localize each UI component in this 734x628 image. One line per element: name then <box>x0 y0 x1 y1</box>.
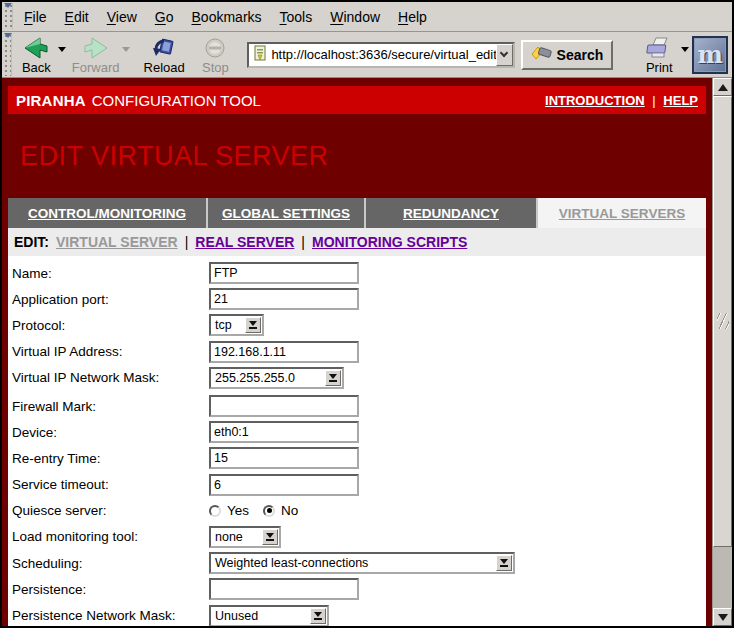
form-row: Device: <box>12 419 706 445</box>
reload-button[interactable]: Reload <box>141 34 187 76</box>
print-dropdown-arrow-icon[interactable] <box>681 47 689 52</box>
forward-button-label: Forward <box>72 61 120 74</box>
help-link[interactable]: HELP <box>663 93 698 108</box>
edit-subnav: EDIT: VIRTUAL SERVER | REAL SERVER | MON… <box>8 228 706 256</box>
persistence-network-mask-select[interactable]: Unused <box>209 605 329 626</box>
scheduling-select-value: Weighted least-connections <box>211 556 495 570</box>
chevron-down-icon <box>262 529 278 545</box>
subnav-monitoring-scripts-link[interactable]: MONITORING SCRIPTS <box>312 234 467 250</box>
protocol-select[interactable]: tcp <box>209 314 264 336</box>
name-label: Name: <box>12 266 209 281</box>
quiesce-server-radio-group: Yes No <box>209 503 306 518</box>
form-row: Service timeout: <box>12 472 706 498</box>
page-bookmark-icon[interactable] <box>253 45 267 65</box>
form-row: Quiesce server: Yes No <box>12 498 706 524</box>
back-icon <box>23 35 49 61</box>
protocol-select-value: tcp <box>211 318 244 332</box>
form-row: Persistence: <box>12 576 706 602</box>
application-port-field[interactable] <box>209 288 359 310</box>
form-row: Scheduling: Weighted least-connections <box>12 550 706 576</box>
virtual-server-form: Name: Application port: Protocol: tcp <box>8 256 706 626</box>
menu-edit[interactable]: Edit <box>56 5 98 29</box>
scroll-down-button[interactable] <box>713 608 732 626</box>
tab-virtual-servers[interactable]: VIRTUAL SERVERS <box>538 198 706 228</box>
scheduling-label: Scheduling: <box>12 556 209 571</box>
chevron-down-icon <box>496 555 512 571</box>
device-label: Device: <box>12 425 209 440</box>
menu-file[interactable]: File <box>15 5 56 29</box>
virtual-ip-network-mask-select[interactable]: 255.255.255.0 <box>209 367 344 389</box>
persistence-field[interactable] <box>209 578 359 600</box>
form-row: Virtual IP Address: <box>12 339 706 365</box>
scroll-up-button[interactable] <box>713 78 732 96</box>
introduction-link[interactable]: INTRODUCTION <box>545 93 645 108</box>
device-field[interactable] <box>209 421 359 443</box>
chevron-down-icon <box>310 608 326 624</box>
forward-dropdown-arrow-icon[interactable] <box>122 47 130 52</box>
stop-button-label: Stop <box>202 61 229 74</box>
menu-tools[interactable]: Tools <box>271 5 322 29</box>
virtual-ip-network-mask-select-value: 255.255.255.0 <box>211 371 324 385</box>
name-field[interactable] <box>209 262 359 284</box>
search-button[interactable]: Search <box>521 40 614 70</box>
persistence-network-mask-label: Persistence Network Mask: <box>12 608 209 623</box>
vertical-scrollbar[interactable] <box>712 78 732 626</box>
back-dropdown-arrow-icon[interactable] <box>58 47 66 52</box>
brand-subtitle: CONFIGURATION TOOL <box>92 92 261 109</box>
toolbar-grippy-handle[interactable] <box>3 33 12 76</box>
forward-icon <box>83 35 109 61</box>
subnav-real-server-link[interactable]: REAL SERVER <box>195 234 294 250</box>
search-button-label: Search <box>557 47 604 63</box>
menu-go[interactable]: Go <box>146 5 183 29</box>
virtual-ip-network-mask-label: Virtual IP Network Mask: <box>12 370 209 385</box>
service-timeout-field[interactable] <box>209 474 359 496</box>
form-row: Persistence Network Mask: Unused <box>12 602 706 626</box>
protocol-label: Protocol: <box>12 318 209 333</box>
reload-icon <box>152 35 176 61</box>
arrow-up-icon <box>718 84 728 91</box>
url-dropdown-button[interactable] <box>496 44 513 66</box>
arrow-down-icon <box>718 614 728 621</box>
url-bar <box>247 42 514 68</box>
quiesce-no-radio[interactable] <box>263 505 275 517</box>
menu-window[interactable]: Window <box>321 5 389 29</box>
brand-name: PIRANHA <box>16 92 86 109</box>
url-input[interactable] <box>271 45 495 65</box>
tab-redundancy[interactable]: REDUNDANCY <box>366 198 538 228</box>
re-entry-time-label: Re-entry Time: <box>12 451 209 466</box>
scheduling-select[interactable]: Weighted least-connections <box>209 552 515 574</box>
toolbar-grippy-handle[interactable] <box>3 3 13 30</box>
menu-help[interactable]: Help <box>389 5 436 29</box>
virtual-ip-address-field[interactable] <box>209 341 359 363</box>
quiesce-server-label: Quiesce server: <box>12 503 209 518</box>
scrollbar-track[interactable] <box>713 96 732 608</box>
back-button[interactable]: Back <box>14 34 58 76</box>
flashlight-icon <box>531 44 553 65</box>
title-band: EDIT VIRTUAL SERVER <box>8 114 706 198</box>
quiesce-yes-radio[interactable] <box>209 505 221 517</box>
menu-view[interactable]: View <box>98 5 146 29</box>
form-row: Application port: <box>12 286 706 312</box>
header-links: INTRODUCTION | HELP <box>545 93 698 108</box>
form-row: Load monitoring tool: none <box>12 524 706 550</box>
forward-button[interactable]: Forward <box>69 34 122 76</box>
scrollbar-thumb[interactable] <box>713 96 732 547</box>
print-icon <box>646 35 672 61</box>
re-entry-time-field[interactable] <box>209 447 359 469</box>
tab-control-monitoring[interactable]: CONTROL/MONITORING <box>8 198 208 228</box>
load-monitoring-tool-select[interactable]: none <box>209 526 281 548</box>
navigation-toolbar: Back Forward Reload <box>2 32 732 78</box>
page-title: EDIT VIRTUAL SERVER <box>20 141 329 172</box>
menu-bookmarks[interactable]: Bookmarks <box>183 5 271 29</box>
main-tabs: CONTROL/MONITORING GLOBAL SETTINGS REDUN… <box>8 198 706 228</box>
print-button-label: Print <box>646 61 673 74</box>
tab-global-settings[interactable]: GLOBAL SETTINGS <box>208 198 366 228</box>
mozilla-logo[interactable]: m <box>692 36 728 74</box>
firewall-mark-field[interactable] <box>209 395 359 417</box>
reload-button-label: Reload <box>144 61 185 74</box>
print-button[interactable]: Print <box>637 34 681 76</box>
service-timeout-label: Service timeout: <box>12 477 209 492</box>
web-page: PIRANHA CONFIGURATION TOOL INTRODUCTION … <box>2 78 712 626</box>
application-port-label: Application port: <box>12 292 209 307</box>
stop-button[interactable]: Stop <box>193 34 237 76</box>
